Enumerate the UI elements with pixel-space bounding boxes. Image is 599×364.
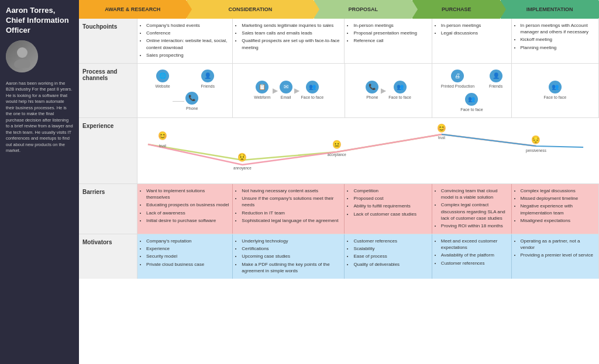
barriers-cell-4: Convincing team that cloud model is a vi… xyxy=(432,184,512,234)
touchpoints-cell-3: In-person meetingsProposal presentation … xyxy=(345,19,432,63)
process-cell-3: 📞 Phone ▶ 👥 Face to face xyxy=(345,64,432,117)
content-area[interactable]: Touchpoints Company's hosted eventsConfe… xyxy=(79,19,599,364)
stage-proposal: PROPOSAL xyxy=(314,0,412,19)
process-cell-2: 📋 Webform ▶ ✉ Email ▶ 👥 xyxy=(233,64,345,117)
svg-text:😊: 😊 xyxy=(158,130,167,141)
motivators-cell-4: Meet and exceed customer expectationsAva… xyxy=(432,234,512,279)
motivators-cell-1: Company's reputationExperienceSecurity m… xyxy=(137,234,233,279)
sidebar: Aaron Torres, Chief Information Officer … xyxy=(0,0,79,364)
motivators-cell-5: Operating as a partner, not a vendorProv… xyxy=(512,234,599,279)
experience-svg: 😊 trust 😟 annoyance 😐 acceptance 😊 trust xyxy=(137,118,599,182)
svg-text:trust: trust xyxy=(159,144,166,148)
process-cell-4: 🖨 Printed Production 👤 Friends xyxy=(432,64,511,117)
app-container: Aaron Torres, Chief Information Officer … xyxy=(0,0,599,364)
motivators-section: Motivators Company's reputationExperienc… xyxy=(79,234,599,279)
motivators-grid: Company's reputationExperienceSecurity m… xyxy=(137,234,599,279)
svg-text:😊: 😊 xyxy=(437,123,446,133)
barriers-grid: Want to implement solutions themselvesEd… xyxy=(137,184,599,234)
stage-consideration: CONSIDERATION xyxy=(187,0,314,19)
avatar xyxy=(6,40,38,72)
channel-face-proposal: 👥 Face to face xyxy=(388,81,411,100)
person-name: Aaron Torres, Chief Information Officer xyxy=(6,6,73,36)
touchpoints-grid: Company's hosted eventsConferenceOnline … xyxy=(137,19,599,63)
channel-face-purchase: 👥 Face to face xyxy=(460,93,483,113)
process-cell-5: 👥 Face to face xyxy=(512,64,599,117)
barriers-cell-5: Complex legal discussionsMissed deployme… xyxy=(512,184,599,234)
channel-phone-proposal: 📞 Phone xyxy=(366,81,378,100)
channel-face-implementation: 👥 Face to face xyxy=(544,81,567,100)
barriers-label: Barriers xyxy=(79,184,137,234)
svg-point-0 xyxy=(17,47,27,58)
process-grid: 🌐 Website 👤 Friends xyxy=(137,64,599,117)
touchpoints-cell-5: In person meetings with Account manager … xyxy=(512,19,599,63)
touchpoints-cell-1: Company's hosted eventsConferenceOnline … xyxy=(137,19,233,63)
svg-text:😐: 😐 xyxy=(332,139,342,150)
process-label: Process and channels xyxy=(79,64,137,117)
experience-chart: 😊 trust 😟 annoyance 😐 acceptance 😊 trust xyxy=(137,118,599,183)
channel-webform: 📋 Webform xyxy=(254,81,270,100)
avatar-placeholder xyxy=(6,40,38,72)
svg-text:acceptance: acceptance xyxy=(328,152,346,157)
channel-printed: 🖨 Printed Production xyxy=(441,70,475,89)
svg-point-1 xyxy=(14,59,30,68)
experience-label: Experience xyxy=(79,118,137,183)
touchpoints-cell-2: Marketing sends legitimate inquiries to … xyxy=(233,19,345,63)
svg-text:😔: 😔 xyxy=(531,134,541,145)
experience-section: Experience 😊 trust xyxy=(79,118,599,184)
channel-friends-purchase: 👤 Friends xyxy=(489,70,502,89)
stage-implementation: IMPLEMENTATION xyxy=(501,0,599,19)
person-bio: Aaron has been working in the B2B indust… xyxy=(6,81,73,154)
motivators-label: Motivators xyxy=(79,234,137,279)
svg-text:😟: 😟 xyxy=(237,152,247,162)
barriers-cell-1: Want to implement solutions themselvesEd… xyxy=(137,184,233,234)
touchpoints-cell-4: In-person meetingsLegal discussions xyxy=(432,19,512,63)
stages-header: AWARE & RESEARCH CONSIDERATION PROPOSAL … xyxy=(79,0,599,19)
svg-text:annoyance: annoyance xyxy=(233,166,252,171)
motivators-cell-2: Underlying technologyCertificationsUpcom… xyxy=(233,234,345,279)
channel-face-consideration: 👥 Face to face xyxy=(301,81,324,100)
stage-aware: AWARE & RESEARCH xyxy=(79,0,187,19)
channel-friends: 👤 Friends xyxy=(201,70,215,89)
touchpoints-section: Touchpoints Company's hosted eventsConfe… xyxy=(79,19,599,64)
process-cell-1: 🌐 Website 👤 Friends xyxy=(137,64,233,117)
svg-text:trust: trust xyxy=(438,136,445,140)
barriers-cell-2: Not having necessary content assetsUnsur… xyxy=(233,184,345,234)
process-section: Process and channels 🌐 Website xyxy=(79,64,599,118)
stage-purchase: PURCHASE xyxy=(412,0,501,19)
barriers-section: Barriers Want to implement solutions the… xyxy=(79,184,599,234)
svg-text:pensiveness: pensiveness xyxy=(526,148,546,153)
touchpoints-label: Touchpoints xyxy=(79,19,137,63)
channel-email: ✉ Email xyxy=(280,81,292,100)
barriers-cell-3: CompetitionProposed costAbility to fulfi… xyxy=(345,184,432,234)
channel-phone-aware: 📞 Phone xyxy=(185,92,198,112)
channel-website: 🌐 Website xyxy=(155,70,170,89)
main-content: AWARE & RESEARCH CONSIDERATION PROPOSAL … xyxy=(79,0,599,364)
motivators-cell-3: Customer referencesScalabilityEase of pr… xyxy=(345,234,432,279)
